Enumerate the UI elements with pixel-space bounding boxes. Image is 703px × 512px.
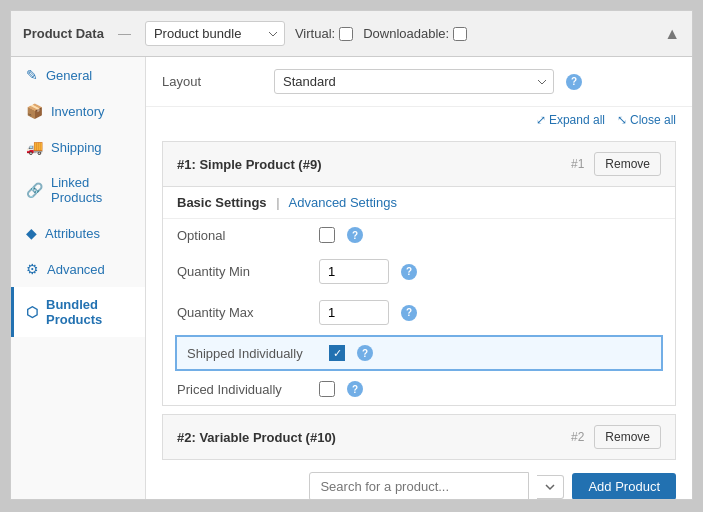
linked-products-icon: 🔗 [26, 182, 43, 198]
sidebar-item-shipping[interactable]: 🚚 Shipping [11, 129, 145, 165]
qty-max-help-icon[interactable]: ? [401, 305, 417, 321]
sidebar-item-bundled-products[interactable]: ⬡ Bundled Products [11, 287, 145, 337]
header-separator: — [118, 26, 131, 41]
bundle-item-2-title: #2: Variable Product (#10) [177, 430, 336, 445]
general-icon: ✎ [26, 67, 38, 83]
settings-tabs-1: Basic Settings | Advanced Settings [163, 187, 675, 219]
close-icon: ⤡ [617, 113, 627, 127]
inventory-icon: 📦 [26, 103, 43, 119]
sidebar-item-attributes[interactable]: ◆ Attributes [11, 215, 145, 251]
qty-min-help-icon[interactable]: ? [401, 264, 417, 280]
downloadable-checkbox[interactable] [453, 27, 467, 41]
settings-tab-sep: | [276, 195, 279, 210]
layout-label: Layout [162, 74, 262, 89]
sidebar: ✎ General 📦 Inventory 🚚 Shipping 🔗 Linke… [11, 57, 146, 499]
shipping-icon: 🚚 [26, 139, 43, 155]
expand-all-link[interactable]: ⤢ Expand all [536, 113, 605, 127]
bundle-item-2-header: #2: Variable Product (#10) #2 Remove [162, 414, 676, 460]
attributes-icon: ◆ [26, 225, 37, 241]
shipped-individually-field-row: Shipped Individually ✓ ? [175, 335, 663, 371]
layout-row: Layout Standard Tabular List ? [146, 57, 692, 107]
optional-checkbox[interactable] [319, 227, 335, 243]
layout-help-icon[interactable]: ? [566, 74, 582, 90]
bundle-item-1-number: #1 [571, 157, 584, 171]
qty-max-input[interactable] [319, 300, 389, 325]
bundled-products-icon: ⬡ [26, 304, 38, 320]
sidebar-item-inventory[interactable]: 📦 Inventory [11, 93, 145, 129]
sidebar-item-advanced[interactable]: ⚙ Advanced [11, 251, 145, 287]
product-data-label: Product Data [23, 26, 104, 41]
bundle-item-1-header: #1: Simple Product (#9) #1 Remove [163, 142, 675, 187]
product-type-select[interactable]: Product bundle Simple product Variable p… [145, 21, 285, 46]
expand-icon: ⤢ [536, 113, 546, 127]
priced-individually-help-icon[interactable]: ? [347, 381, 363, 397]
bundle-item-2-number: #2 [571, 430, 584, 444]
close-all-link[interactable]: ⤡ Close all [617, 113, 676, 127]
search-product-input[interactable] [309, 472, 529, 499]
priced-individually-checkbox[interactable] [319, 381, 335, 397]
bundle-item-1-remove-btn[interactable]: Remove [594, 152, 661, 176]
sidebar-shipping-label: Shipping [51, 140, 102, 155]
dropdown-chevron-icon [545, 482, 555, 492]
bundle-item-1-title: #1: Simple Product (#9) [177, 157, 321, 172]
priced-individually-field-row: Priced Individually ? [163, 373, 675, 405]
qty-min-input[interactable] [319, 259, 389, 284]
sidebar-advanced-label: Advanced [47, 262, 105, 277]
advanced-icon: ⚙ [26, 261, 39, 277]
virtual-label: Virtual: [295, 26, 353, 41]
panel-collapse-icon[interactable]: ▲ [664, 25, 680, 43]
bundle-item-2-header-right: #2 Remove [571, 425, 661, 449]
virtual-checkbox[interactable] [339, 27, 353, 41]
add-product-btn[interactable]: Add Product [572, 473, 676, 499]
bundle-item-2-remove-btn[interactable]: Remove [594, 425, 661, 449]
layout-select[interactable]: Standard Tabular List [274, 69, 554, 94]
shipped-individually-help-icon[interactable]: ? [357, 345, 373, 361]
sidebar-linked-label: Linked Products [51, 175, 133, 205]
basic-settings-tab[interactable]: Basic Settings [177, 195, 267, 210]
expand-close-row: ⤢ Expand all ⤡ Close all [146, 107, 692, 133]
qty-max-field-row: Quantity Max ? [163, 292, 675, 333]
optional-help-icon[interactable]: ? [347, 227, 363, 243]
qty-max-label: Quantity Max [177, 305, 307, 320]
sidebar-item-general[interactable]: ✎ General [11, 57, 145, 93]
sidebar-attributes-label: Attributes [45, 226, 100, 241]
content-area: Layout Standard Tabular List ? ⤢ Expand … [146, 57, 692, 499]
qty-min-field-row: Quantity Min ? [163, 251, 675, 292]
advanced-settings-tab[interactable]: Advanced Settings [289, 195, 397, 210]
shipped-individually-label: Shipped Individually [187, 346, 317, 361]
sidebar-bundled-label: Bundled Products [46, 297, 133, 327]
bundle-item-1-header-right: #1 Remove [571, 152, 661, 176]
downloadable-label: Downloadable: [363, 26, 467, 41]
sidebar-inventory-label: Inventory [51, 104, 104, 119]
panel-body: ✎ General 📦 Inventory 🚚 Shipping 🔗 Linke… [11, 57, 692, 499]
qty-min-label: Quantity Min [177, 264, 307, 279]
add-product-row: Add Product [146, 464, 692, 499]
bundle-item-1: #1: Simple Product (#9) #1 Remove Basic … [162, 141, 676, 406]
priced-individually-label: Priced Individually [177, 382, 307, 397]
product-data-panel: Product Data — Product bundle Simple pro… [10, 10, 693, 500]
panel-header: Product Data — Product bundle Simple pro… [11, 11, 692, 57]
optional-field-row: Optional ? [163, 219, 675, 251]
optional-label: Optional [177, 228, 307, 243]
search-dropdown-btn[interactable] [537, 475, 564, 499]
sidebar-item-linked-products[interactable]: 🔗 Linked Products [11, 165, 145, 215]
sidebar-general-label: General [46, 68, 92, 83]
shipped-individually-checkbox[interactable]: ✓ [329, 345, 345, 361]
